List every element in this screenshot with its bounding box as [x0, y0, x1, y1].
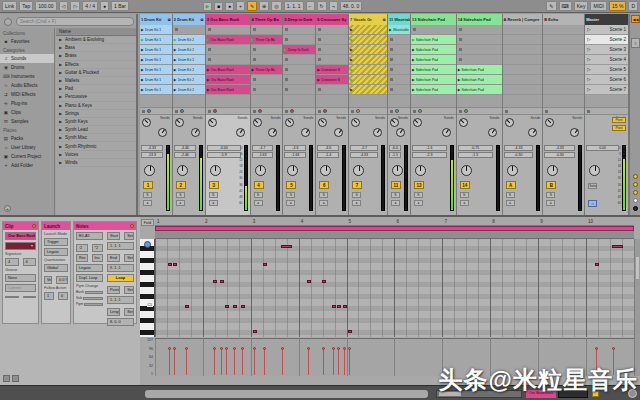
track-activator-button[interactable]: 2 [176, 181, 186, 189]
arm-button[interactable]: ● [143, 200, 152, 206]
velocity-stem[interactable] [254, 349, 255, 375]
clip-slot[interactable]: ▶ [349, 85, 387, 95]
clip-play-icon[interactable]: ▶ [174, 88, 177, 92]
send-a-knob[interactable] [142, 118, 151, 127]
master-solo-button[interactable]: Solo [588, 183, 597, 189]
clip-stop-row[interactable] [283, 108, 315, 115]
clip-stop-row[interactable] [140, 108, 172, 115]
midi-note[interactable] [343, 305, 347, 308]
browser-history-icon[interactable] [4, 18, 12, 26]
clip-slot[interactable]: ▶Deep In Dark [283, 45, 315, 55]
clip-play-icon[interactable]: ▶ [350, 28, 353, 32]
clip-slot[interactable] [316, 85, 348, 95]
clip-stop-row[interactable] [173, 108, 205, 115]
track-header[interactable]: 1 Drum Kit⊗ [140, 14, 172, 25]
folder-item[interactable]: ▶Bass [56, 44, 136, 52]
send-b-knob[interactable] [488, 128, 497, 137]
clip-slot[interactable] [503, 85, 543, 95]
clip-slot[interactable]: ▶Sidechain Pad [411, 85, 456, 95]
clip-slot[interactable]: ▶Drum Kit 1 [140, 85, 172, 95]
clip-play-icon[interactable]: ▶ [141, 88, 144, 92]
stop-all-clips-icon[interactable] [351, 110, 354, 113]
mixer-section-toggle-returns[interactable] [633, 182, 638, 187]
reverse-button[interactable]: Rev [76, 254, 88, 262]
category-samples[interactable]: ⊟Samples [0, 117, 54, 126]
clip-slot[interactable]: ▶Osc Bass Rock [206, 35, 250, 45]
clip-slot[interactable]: ▶Drum Kit 2 [173, 85, 205, 95]
velocity-marker[interactable] [595, 347, 598, 350]
stop-all-clips-icon[interactable] [587, 110, 590, 113]
track-activator-button[interactable]: 3 [209, 181, 219, 189]
pan-knob[interactable] [177, 165, 188, 176]
pan-knob[interactable] [507, 165, 518, 176]
scene-play-icon[interactable]: ▷ [587, 87, 590, 92]
scene-play-icon[interactable]: ▷ [587, 37, 590, 42]
clip-slot[interactable]: ▶Osc Bass Rock [206, 85, 250, 95]
computer-keyboard-button[interactable]: ⌨ [559, 1, 572, 11]
clip-slot[interactable] [543, 35, 584, 45]
automation-arm-button[interactable]: ✎ [247, 1, 257, 11]
solo-button[interactable]: S [352, 192, 361, 198]
midi-note[interactable] [168, 263, 172, 266]
clip-stop-row[interactable] [543, 108, 584, 115]
quantize-menu[interactable]: 1 Bar [111, 1, 129, 11]
master-header[interactable]: Master [585, 14, 628, 25]
midi-vertical-scrollbar[interactable] [634, 239, 640, 376]
folder-item[interactable]: ▶Strings [56, 110, 136, 118]
clip-slot[interactable] [388, 45, 410, 55]
search-input[interactable] [16, 17, 134, 26]
clip-view-selector-icon[interactable] [3, 375, 10, 382]
clip-play-icon[interactable]: ▶ [350, 68, 353, 72]
clip-slot[interactable] [457, 25, 502, 35]
clip-slot[interactable] [411, 25, 456, 35]
metronome-button[interactable]: ● [100, 1, 109, 11]
track-activator-button[interactable]: 13 [414, 181, 424, 189]
clip-play-icon[interactable]: ▶ [458, 68, 461, 72]
midi-note[interactable] [348, 330, 352, 333]
clip-slot[interactable] [503, 25, 543, 35]
clip-slot[interactable]: ▶Drum Kit 2 [173, 65, 205, 75]
send-a-knob[interactable] [318, 118, 327, 127]
clip-playing-icon[interactable]: ▶ [252, 38, 255, 42]
clip-slot[interactable]: ▶ [349, 45, 387, 55]
velocity-marker[interactable] [322, 347, 325, 350]
volume-field[interactable]: -4.6 [284, 145, 306, 151]
clip-play-icon[interactable]: ▶ [389, 28, 392, 32]
clip-stop-row[interactable] [206, 108, 250, 115]
clip-play-icon[interactable]: ▶ [412, 78, 415, 82]
aux-value-field[interactable]: -4.33 [350, 152, 378, 158]
volume-field[interactable]: -4.7 [252, 145, 274, 151]
launch-legato-button[interactable]: Legato [44, 248, 68, 256]
track-activator-button[interactable]: 7 [352, 181, 362, 189]
end-field[interactable]: 9. 1. 1 [107, 264, 134, 272]
send-a-knob[interactable] [459, 118, 468, 127]
folder-item[interactable]: ▶Voices [56, 151, 136, 159]
arm-button[interactable]: ● [254, 200, 263, 206]
capture-midi-button[interactable]: ⊕ [259, 1, 269, 11]
folder-item[interactable]: ▶Synth Lead [56, 126, 136, 134]
clip-play-icon[interactable]: ▶ [252, 68, 255, 72]
velocity-marker[interactable] [332, 347, 335, 350]
folder-item[interactable]: ▶Synth Misc [56, 134, 136, 142]
send-a-knob[interactable] [413, 118, 422, 127]
clip-slot[interactable]: ▶Sidechain Pad [457, 75, 502, 85]
key-map-button[interactable]: Key [574, 1, 589, 11]
mixer-section-toggle-trackdelay[interactable] [633, 198, 638, 203]
arm-button[interactable]: ● [319, 200, 328, 206]
midi-note[interactable] [173, 263, 177, 266]
velocity-marker[interactable] [213, 347, 216, 350]
clip-slot[interactable] [388, 75, 410, 85]
send-b-knob[interactable] [268, 128, 277, 137]
arm-button[interactable]: ● [352, 200, 361, 206]
category-sounds[interactable]: ♫Sounds [0, 54, 54, 63]
track-activator-button[interactable]: B [546, 181, 556, 189]
beat-time-ruler[interactable]: 12345678910 [155, 218, 634, 226]
stop-all-clips-icon[interactable] [285, 110, 288, 113]
velocity-marker[interactable] [241, 347, 244, 350]
midi-note[interactable] [263, 263, 267, 266]
clip-slot[interactable]: ▶Drum Kit 1 [140, 65, 172, 75]
program-slider[interactable]: Pgm [76, 302, 103, 306]
track-header[interactable]: 3 Osc Bass Rock [206, 14, 250, 25]
stop-all-clips-icon[interactable] [413, 110, 416, 113]
folder-item[interactable]: ▶Ambient & Evolving [56, 36, 136, 44]
